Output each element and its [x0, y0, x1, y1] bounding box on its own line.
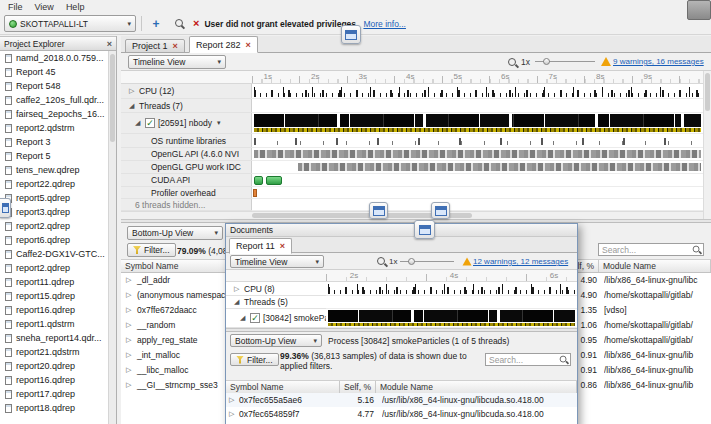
project-item[interactable]: report2.qdrep: [0, 261, 108, 275]
scrollbar-thumb[interactable]: [110, 54, 115, 142]
column-symbol-name[interactable]: Symbol Name: [226, 381, 340, 393]
table-row[interactable]: ▷ 0x7fec655a5ae6 5.16 /usr/lib/x86_64-li…: [226, 393, 577, 407]
dock-guide-center-right[interactable]: [431, 202, 450, 219]
project-item[interactable]: report22.qdrep: [0, 177, 108, 191]
timeline-row-opengl-api[interactable]: OpenGL API (4.6.0 NVI: [121, 148, 703, 161]
expand-icon[interactable]: ▷: [229, 396, 234, 404]
explorer-scrollbar[interactable]: [108, 51, 116, 424]
zoom-slider[interactable]: [535, 56, 595, 67]
cuda-range-block[interactable]: [266, 176, 282, 185]
column-self-percent[interactable]: Self, %: [340, 381, 376, 393]
inspect-button[interactable]: [170, 15, 188, 32]
scrollbar-thumb[interactable]: [705, 73, 710, 111]
warnings-link[interactable]: 9 warnings, 16 messages: [613, 57, 704, 66]
dock-guide-center-left[interactable]: [369, 202, 388, 219]
project-item[interactable]: Caffe2-DGX1V-GTC...: [0, 247, 108, 261]
expand-icon[interactable]: ▷: [126, 351, 131, 359]
dock-guide-documents-top[interactable]: [414, 220, 435, 239]
expand-icon[interactable]: ▷: [126, 306, 131, 314]
bottom-view-select[interactable]: Bottom-Up View ▾: [230, 334, 322, 347]
expanded-icon[interactable]: ◢: [240, 314, 247, 322]
dock-guide-left[interactable]: [0, 198, 11, 218]
project-item[interactable]: report16.qdrep: [0, 303, 108, 317]
column-module-name[interactable]: Module Name: [376, 381, 577, 393]
target-select[interactable]: SKOTTAPALLI-LT ▾: [4, 15, 136, 32]
timeline-row-opengl-gpu[interactable]: OpenGL GPU work IDC: [121, 161, 703, 174]
expand-icon[interactable]: ▷: [126, 381, 131, 389]
project-item[interactable]: sneha_report14.qdr...: [0, 331, 108, 345]
collapsed-icon[interactable]: ▷: [129, 87, 136, 95]
timeline-row-smokeparticles[interactable]: ◢ ✓ [30842] smokeParticles: [226, 309, 577, 328]
zoom-slider-knob[interactable]: [543, 58, 550, 65]
tab-close-icon[interactable]: ×: [173, 41, 178, 51]
search-input[interactable]: [598, 243, 704, 256]
tab-close-icon[interactable]: ×: [246, 40, 251, 50]
expanded-icon[interactable]: ◢: [135, 119, 142, 127]
filter-button[interactable]: Filter...: [230, 353, 279, 366]
timeline-row-cuda-api[interactable]: CUDA API: [121, 174, 703, 187]
menu-view[interactable]: View: [30, 2, 59, 12]
timeline-row-os-runtime[interactable]: OS runtime libraries: [121, 134, 703, 148]
chevron-down-icon[interactable]: ▾: [217, 119, 221, 127]
project-item[interactable]: report11.qdrep: [0, 275, 108, 289]
timeline-ruler[interactable]: 1s2s3s4s5s6s7s8s9s: [121, 71, 703, 84]
expand-icon[interactable]: ▷: [126, 321, 131, 329]
menu-help[interactable]: Help: [61, 2, 90, 12]
expand-icon[interactable]: ▷: [126, 291, 131, 299]
timeline-hscrollbar[interactable]: [121, 211, 703, 219]
project-item[interactable]: namd_2018.0.0.759...: [0, 51, 108, 65]
project-item[interactable]: report3.qdrep: [0, 205, 108, 219]
filter-button[interactable]: Filter...: [127, 243, 176, 257]
expand-icon[interactable]: ▷: [126, 366, 131, 374]
project-item[interactable]: Report 548: [0, 79, 108, 93]
timeline-row-threads[interactable]: ◢Threads (5): [226, 296, 577, 309]
project-item[interactable]: report15.qdrep: [0, 289, 108, 303]
project-item[interactable]: report6.qdrep: [0, 233, 108, 247]
expand-icon[interactable]: ▷: [229, 410, 234, 418]
timeline-row-nbody[interactable]: ◢ ✓ [20591] nbody ▾: [121, 113, 703, 134]
project-item[interactable]: report17.qdrep: [0, 387, 108, 401]
project-item[interactable]: report18.qdrep: [0, 401, 108, 415]
thread-checkbox[interactable]: ✓: [250, 313, 260, 323]
project-item[interactable]: report21.qdstrm: [0, 345, 108, 359]
bottom-view-select[interactable]: Bottom-Up View ▾: [127, 226, 223, 240]
zoom-slider-knob[interactable]: [408, 258, 415, 265]
tab-close-icon[interactable]: ×: [280, 241, 285, 251]
collapsed-icon[interactable]: ▷: [234, 285, 241, 293]
project-item[interactable]: report1.qdstrm: [0, 317, 108, 331]
expanded-icon[interactable]: ◢: [234, 298, 241, 306]
zoom-slider[interactable]: [400, 256, 454, 267]
timeline-ruler[interactable]: 2s4s6s: [226, 270, 577, 282]
project-item[interactable]: report20.qdrep: [0, 359, 108, 373]
documents-window-titlebar[interactable]: Documents: [226, 224, 577, 237]
timeline-row-profiler-overhead[interactable]: Profiler overhead: [121, 187, 703, 199]
warnings-link[interactable]: 12 warnings, 12 messages: [473, 257, 568, 266]
view-mode-select[interactable]: Timeline View ▾: [230, 255, 324, 268]
tab-report-11[interactable]: Report 11 ×: [229, 238, 292, 254]
thread-checkbox[interactable]: ✓: [145, 118, 155, 128]
expand-icon[interactable]: ▷: [126, 276, 131, 284]
close-icon[interactable]: ×: [107, 39, 112, 49]
expanded-icon[interactable]: ◢: [129, 102, 136, 110]
project-item[interactable]: Report 5: [0, 149, 108, 163]
add-target-button[interactable]: +: [147, 15, 165, 32]
project-item[interactable]: caffe2_120s_full.qdr...: [0, 93, 108, 107]
documents-floating-window[interactable]: Documents Report 11 × Timeline View ▾ 1x…: [225, 223, 578, 424]
timeline-row-threads[interactable]: ◢Threads (7): [121, 99, 703, 113]
expand-icon[interactable]: ▷: [126, 336, 131, 344]
view-mode-select[interactable]: Timeline View ▾: [128, 55, 226, 69]
timeline-vscrollbar[interactable]: [703, 71, 711, 219]
cuda-range-block[interactable]: [254, 176, 263, 185]
project-item[interactable]: fairseq_2epochs_16...: [0, 107, 108, 121]
timeline-row-cpu[interactable]: ▷CPU (8): [226, 282, 577, 296]
menu-file[interactable]: File: [3, 2, 28, 12]
tab-project-1[interactable]: Project 1 ×: [125, 39, 185, 53]
tab-report-282[interactable]: Report 282 ×: [189, 36, 258, 53]
timeline-row-cpu[interactable]: ▷CPU (12): [121, 84, 703, 99]
project-item[interactable]: report2.qdstrm: [0, 121, 108, 135]
project-item[interactable]: Report 3: [0, 135, 108, 149]
project-item[interactable]: report16.qdrep: [0, 373, 108, 387]
column-module-name[interactable]: Module Name: [599, 260, 711, 272]
project-item[interactable]: Report 45: [0, 65, 108, 79]
table-row[interactable]: ▷ 0x7fec654859f7 4.77 /usr/lib/x86_64-li…: [226, 407, 577, 421]
